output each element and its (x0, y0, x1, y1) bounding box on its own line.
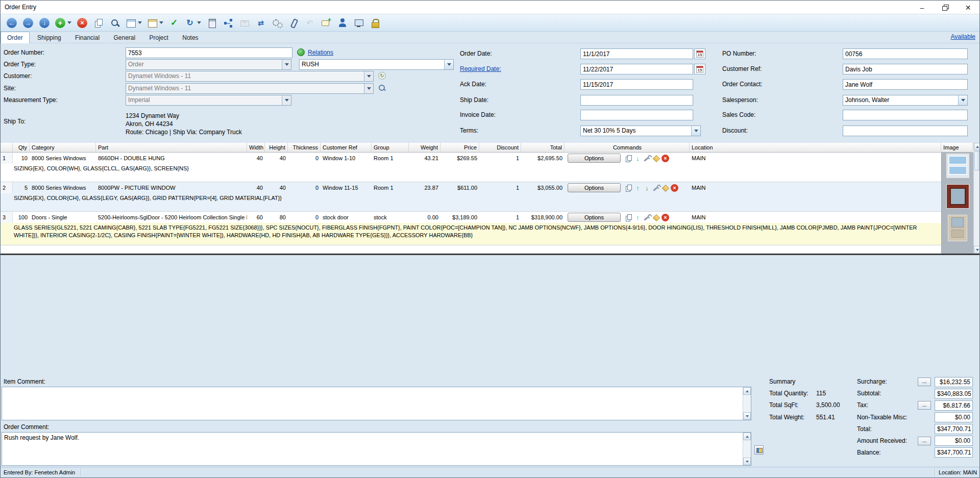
relations-link[interactable]: Relations (308, 49, 333, 56)
amount-received-ellipsis-button[interactable]: ... (918, 437, 931, 445)
scrollbar-thumb[interactable] (974, 151, 980, 170)
ship-date-input[interactable] (580, 95, 693, 106)
chevron-down-icon[interactable] (958, 95, 967, 105)
item-comment-scrollbar[interactable] (743, 387, 751, 420)
chevron-down-icon[interactable] (364, 71, 373, 81)
invoice-date-input[interactable] (580, 110, 693, 120)
move-row-up-icon[interactable] (634, 184, 642, 192)
tab-order[interactable]: Order (1, 32, 30, 43)
table-row[interactable]: 2 5 8000 Series Windows 8000PW - PICTURE… (1, 182, 973, 193)
col-header-commands[interactable]: Commands (565, 143, 690, 153)
tab-project[interactable]: Project (143, 32, 175, 43)
tab-notes[interactable]: Notes (176, 32, 204, 43)
copy-row-icon[interactable] (625, 155, 632, 162)
tab-shipping[interactable]: Shipping (31, 32, 67, 43)
customer-combo[interactable]: Dynamet Windows - 11 (126, 71, 374, 82)
order-comment-zoom-button[interactable] (754, 445, 764, 455)
required-date-picker-button[interactable]: 15 (694, 64, 705, 74)
site-search-icon[interactable] (378, 84, 386, 92)
scroll-up-icon[interactable] (974, 143, 980, 150)
move-row-down-icon[interactable] (643, 184, 651, 192)
po-number-input[interactable] (843, 48, 968, 59)
col-header-discount[interactable]: Discount (479, 143, 521, 153)
required-date-link[interactable]: Required Date: (460, 65, 501, 72)
minimize-button[interactable]: – (911, 1, 934, 14)
transfer-button[interactable] (253, 16, 268, 30)
col-header-customer-ref[interactable]: Customer Ref (321, 143, 372, 153)
site-combo[interactable]: Dynamet Windows - 11 (126, 83, 374, 94)
grid-vertical-scrollbar[interactable] (973, 143, 980, 254)
sales-code-input[interactable] (843, 110, 968, 120)
edit-row-icon[interactable] (652, 184, 660, 192)
search-button[interactable] (107, 16, 122, 30)
table-row[interactable]: 3 100 Doors - Single 5200-Heirlooms-SglD… (1, 212, 973, 223)
add-button[interactable] (53, 16, 74, 30)
options-button[interactable]: Options (568, 213, 621, 222)
col-header-location[interactable]: Location (690, 143, 941, 153)
chevron-down-icon[interactable] (282, 95, 291, 105)
col-header-width[interactable]: Width (247, 143, 265, 153)
table-row[interactable]: 1 10 8000 Series Windows 8660DH - DOUBLE… (1, 153, 973, 164)
salesperson-combo[interactable]: Johnson, Walter (843, 95, 968, 106)
table-view-button[interactable] (145, 16, 165, 30)
measurement-type-combo[interactable]: Imperial (126, 95, 291, 106)
close-button[interactable]: ✕ (957, 1, 979, 14)
undo-button[interactable] (302, 16, 317, 30)
chevron-down-icon[interactable] (364, 84, 373, 93)
table-design-button[interactable] (124, 16, 144, 30)
col-header-total[interactable]: Total (521, 143, 565, 153)
rush-combo[interactable]: RUSH (299, 59, 454, 70)
item-comment-box[interactable] (2, 387, 751, 420)
options-button[interactable]: Options (568, 154, 621, 163)
copy-row-icon[interactable] (625, 214, 632, 221)
dropdown-caret-icon[interactable] (67, 21, 71, 24)
dropdown-caret-icon[interactable] (159, 21, 163, 24)
col-header-image[interactable]: Image (941, 143, 973, 153)
col-header-price[interactable]: Price (440, 143, 479, 153)
copy-row-icon[interactable] (625, 184, 632, 192)
price-tag-icon[interactable] (652, 214, 660, 221)
scroll-down-icon[interactable] (743, 458, 751, 465)
double-hung-thumbnail[interactable] (946, 154, 969, 178)
chevron-down-icon[interactable] (444, 60, 453, 69)
scroll-down-icon[interactable] (743, 412, 751, 420)
tab-general[interactable]: General (107, 32, 141, 43)
scroll-down-icon[interactable] (974, 246, 980, 254)
surcharge-ellipsis-button[interactable]: ... (918, 378, 931, 386)
delete-row-icon[interactable] (671, 184, 678, 192)
order-type-combo[interactable]: Order (126, 59, 291, 70)
required-date-input[interactable] (580, 64, 693, 74)
dropdown-caret-icon[interactable] (197, 21, 201, 24)
ack-date-input[interactable] (580, 79, 693, 90)
dropdown-caret-icon[interactable] (138, 21, 142, 24)
confirm-button[interactable] (166, 16, 182, 30)
terms-combo[interactable]: Net 30 10% 5 Days (580, 125, 701, 136)
move-row-up-icon[interactable] (634, 214, 642, 221)
tab-financial[interactable]: Financial (69, 32, 106, 43)
back-button[interactable] (4, 16, 19, 30)
delete-button[interactable] (75, 16, 90, 30)
workflow-button[interactable] (220, 16, 236, 30)
price-tag-icon[interactable] (652, 155, 660, 162)
tax-ellipsis-button[interactable]: ... (918, 401, 931, 410)
customer-ref-input[interactable] (843, 64, 968, 74)
options-button[interactable]: Options (568, 183, 621, 192)
scroll-up-icon[interactable] (743, 433, 751, 440)
chevron-down-icon[interactable] (282, 60, 291, 69)
col-header-group[interactable]: Group (372, 143, 409, 153)
down-button[interactable] (37, 16, 52, 30)
discount-input[interactable] (843, 125, 968, 136)
comment-add-button[interactable] (318, 16, 334, 30)
col-header-height[interactable]: Height (265, 143, 288, 153)
delete-row-icon[interactable] (662, 155, 669, 162)
price-tag-icon[interactable] (662, 184, 669, 192)
picture-window-thumbnail[interactable] (946, 184, 969, 209)
scroll-up-icon[interactable] (743, 387, 751, 395)
grid-bottom-splitter[interactable] (1, 254, 980, 255)
lock-button[interactable] (368, 16, 383, 30)
col-header-category[interactable]: Category (30, 143, 96, 153)
order-comment-scrollbar[interactable] (743, 433, 751, 465)
mail-button[interactable] (237, 16, 252, 30)
preview-button[interactable] (351, 16, 366, 30)
calculator-button[interactable] (204, 16, 219, 30)
